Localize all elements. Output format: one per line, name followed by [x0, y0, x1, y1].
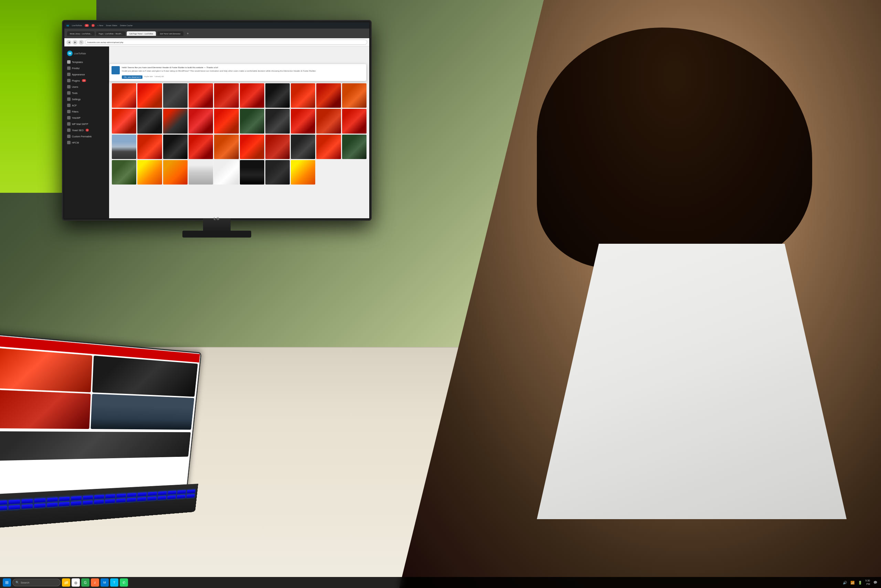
- media-item[interactable]: [342, 135, 367, 159]
- key[interactable]: [82, 500, 93, 506]
- media-item[interactable]: [112, 160, 136, 184]
- media-item[interactable]: [163, 135, 187, 159]
- key[interactable]: [21, 498, 33, 504]
- media-item[interactable]: [189, 83, 213, 108]
- notification-tray[interactable]: 💬: [872, 579, 878, 586]
- key[interactable]: [177, 490, 186, 494]
- refresh-btn[interactable]: ↻: [79, 40, 84, 45]
- new-tab-btn[interactable]: +: [185, 31, 191, 36]
- media-item[interactable]: [240, 135, 264, 159]
- sidebar-item-plugins[interactable]: Plugins 29: [64, 78, 109, 84]
- key[interactable]: [8, 499, 20, 505]
- key[interactable]: [70, 501, 82, 506]
- media-item[interactable]: [291, 160, 315, 184]
- volume-icon[interactable]: 🔊: [842, 579, 848, 586]
- maybe-later-link[interactable]: maybe later: [144, 75, 153, 78]
- media-item[interactable]: [214, 83, 238, 108]
- sidebar-item-printful[interactable]: Printful: [64, 65, 109, 71]
- media-item[interactable]: [112, 135, 136, 159]
- key[interactable]: [59, 496, 70, 502]
- start-button[interactable]: ⊞: [3, 578, 11, 586]
- key[interactable]: [137, 492, 147, 497]
- sidebar-item-permalink[interactable]: Custom Permalink: [64, 133, 109, 140]
- media-item[interactable]: [137, 160, 162, 184]
- media-item[interactable]: [240, 160, 264, 184]
- green-app-icon[interactable]: G: [81, 578, 90, 586]
- sidebar-item-filters[interactable]: Filters: [64, 108, 109, 115]
- media-item[interactable]: [240, 83, 264, 108]
- sidebar-item-appearance[interactable]: Appearance: [64, 71, 109, 78]
- notification-count[interactable]: 34: [85, 24, 89, 27]
- tab-media-library[interactable]: Media Library - LiveToRide...: [67, 32, 94, 36]
- media-item[interactable]: [163, 160, 187, 184]
- tab-edit-page-home[interactable]: Edit Page 'Home' – LiveToRide: [127, 32, 156, 36]
- file-explorer-icon[interactable]: 📁: [62, 578, 70, 586]
- media-item[interactable]: [265, 109, 290, 133]
- key[interactable]: [136, 497, 147, 502]
- media-item[interactable]: [265, 135, 290, 159]
- battery-icon[interactable]: 🔋: [857, 579, 863, 586]
- tab-pages[interactable]: Pages - LiveToRide – WordPr...: [96, 32, 126, 36]
- media-item[interactable]: [240, 109, 264, 133]
- sidebar-item-templates[interactable]: Templates: [64, 59, 109, 65]
- media-item[interactable]: [291, 135, 315, 159]
- key[interactable]: [46, 502, 58, 507]
- key[interactable]: [127, 493, 137, 498]
- key[interactable]: [0, 500, 7, 506]
- media-item[interactable]: [163, 109, 187, 133]
- media-item[interactable]: [112, 83, 136, 108]
- key[interactable]: [46, 497, 58, 502]
- key[interactable]: [34, 503, 46, 508]
- key[interactable]: [126, 498, 136, 502]
- media-item[interactable]: [316, 109, 341, 133]
- key[interactable]: [21, 504, 33, 509]
- ok-button[interactable]: Ok, you deserve it: [122, 75, 142, 79]
- media-item[interactable]: [342, 109, 367, 133]
- key[interactable]: [94, 500, 104, 505]
- network-icon[interactable]: 📶: [850, 579, 856, 586]
- media-item[interactable]: [214, 109, 238, 133]
- key[interactable]: [115, 498, 126, 503]
- key[interactable]: [167, 495, 177, 500]
- key[interactable]: [147, 491, 157, 496]
- delete-cache-btn[interactable]: Delete Cache: [120, 24, 132, 27]
- key[interactable]: [116, 494, 126, 498]
- media-item[interactable]: [265, 160, 290, 184]
- media-item[interactable]: [189, 160, 213, 184]
- address-bar[interactable]: livetoride.com.au/wp-admin/upload.php: [85, 40, 367, 45]
- key[interactable]: [157, 495, 166, 500]
- sidebar-item-settings[interactable]: Settings: [64, 96, 109, 102]
- sidebar-item-smtp[interactable]: WP Mail SMTP: [64, 121, 109, 127]
- updates-count[interactable]: 3: [91, 24, 94, 27]
- already-did-link[interactable]: I already did: [154, 75, 163, 78]
- sidebar-item-tools[interactable]: Tools: [64, 90, 109, 96]
- key[interactable]: [70, 496, 82, 501]
- key[interactable]: [167, 490, 177, 495]
- key[interactable]: [8, 505, 21, 510]
- taskbar-search[interactable]: 🔍 Search: [12, 579, 61, 586]
- media-item[interactable]: [137, 83, 162, 108]
- sidebar-item-users[interactable]: Users: [64, 84, 109, 90]
- smart-slider-btn[interactable]: Smart Slider: [106, 24, 117, 27]
- back-btn[interactable]: ◀: [66, 40, 71, 45]
- sidebar-item-yoast[interactable]: Yoast SEO 1: [64, 127, 109, 133]
- media-item[interactable]: [189, 135, 213, 159]
- chrome-icon[interactable]: ◎: [72, 578, 80, 586]
- media-item[interactable]: [189, 109, 213, 133]
- key[interactable]: [187, 489, 196, 494]
- media-item[interactable]: [112, 109, 136, 133]
- media-item[interactable]: [163, 83, 187, 108]
- sidebar-item-hfcm[interactable]: HFCM: [64, 140, 109, 146]
- media-item[interactable]: [214, 160, 238, 184]
- key[interactable]: [186, 494, 195, 498]
- key[interactable]: [0, 506, 7, 511]
- key[interactable]: [34, 498, 46, 503]
- media-item[interactable]: [214, 135, 238, 159]
- media-item[interactable]: [316, 135, 341, 159]
- sidebar-item-acf[interactable]: ACF: [64, 102, 109, 108]
- media-item[interactable]: [137, 109, 162, 133]
- key[interactable]: [82, 495, 93, 500]
- media-item[interactable]: [316, 83, 341, 108]
- media-item[interactable]: [265, 83, 290, 108]
- whatsapp-icon[interactable]: ✆: [120, 578, 128, 586]
